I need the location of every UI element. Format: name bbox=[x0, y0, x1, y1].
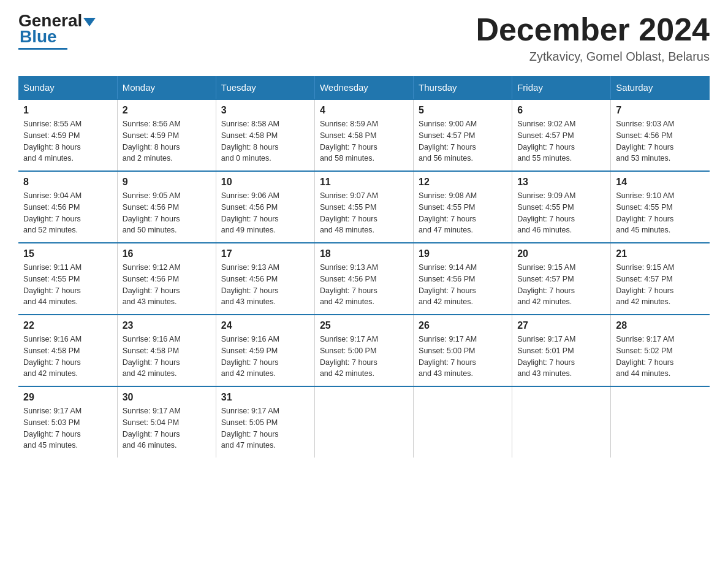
calendar-week-1: 1Sunrise: 8:55 AM Sunset: 4:59 PM Daylig… bbox=[18, 99, 710, 171]
calendar-cell: 8Sunrise: 9:04 AM Sunset: 4:56 PM Daylig… bbox=[18, 171, 117, 243]
calendar-cell: 20Sunrise: 9:15 AM Sunset: 4:57 PM Dayli… bbox=[512, 243, 611, 315]
day-number: 5 bbox=[419, 105, 507, 116]
weekday-header-sunday: Sunday bbox=[18, 76, 117, 99]
calendar-cell: 12Sunrise: 9:08 AM Sunset: 4:55 PM Dayli… bbox=[414, 171, 512, 243]
weekday-header-saturday: Saturday bbox=[611, 76, 710, 99]
day-info: Sunrise: 9:17 AM Sunset: 5:01 PM Dayligh… bbox=[517, 334, 605, 380]
calendar-cell: 28Sunrise: 9:17 AM Sunset: 5:02 PM Dayli… bbox=[611, 315, 710, 386]
logo-underline bbox=[18, 48, 67, 50]
calendar-cell: 7Sunrise: 9:03 AM Sunset: 4:56 PM Daylig… bbox=[611, 99, 710, 171]
day-info: Sunrise: 9:17 AM Sunset: 5:03 PM Dayligh… bbox=[23, 405, 112, 451]
day-number: 26 bbox=[419, 320, 507, 331]
day-number: 1 bbox=[23, 105, 112, 116]
day-number: 21 bbox=[616, 248, 705, 259]
day-number: 17 bbox=[221, 248, 309, 259]
day-info: Sunrise: 9:17 AM Sunset: 5:02 PM Dayligh… bbox=[616, 334, 705, 380]
day-info: Sunrise: 9:11 AM Sunset: 4:55 PM Dayligh… bbox=[23, 262, 112, 308]
calendar-cell: 18Sunrise: 9:13 AM Sunset: 4:56 PM Dayli… bbox=[314, 243, 413, 315]
calendar-cell bbox=[512, 386, 611, 458]
day-number: 30 bbox=[123, 392, 211, 403]
day-number: 15 bbox=[23, 248, 112, 259]
calendar-cell: 16Sunrise: 9:12 AM Sunset: 4:56 PM Dayli… bbox=[117, 243, 216, 315]
day-number: 12 bbox=[419, 177, 507, 188]
day-info: Sunrise: 9:08 AM Sunset: 4:55 PM Dayligh… bbox=[419, 190, 507, 236]
day-number: 19 bbox=[419, 248, 507, 259]
day-info: Sunrise: 9:17 AM Sunset: 5:04 PM Dayligh… bbox=[123, 405, 211, 451]
calendar-cell bbox=[314, 386, 413, 458]
calendar-cell: 10Sunrise: 9:06 AM Sunset: 4:56 PM Dayli… bbox=[216, 171, 314, 243]
weekday-header-tuesday: Tuesday bbox=[216, 76, 314, 99]
day-info: Sunrise: 9:06 AM Sunset: 4:56 PM Dayligh… bbox=[221, 190, 309, 236]
day-info: Sunrise: 9:17 AM Sunset: 5:05 PM Dayligh… bbox=[221, 405, 309, 451]
calendar-week-3: 15Sunrise: 9:11 AM Sunset: 4:55 PM Dayli… bbox=[18, 243, 710, 315]
day-info: Sunrise: 8:58 AM Sunset: 4:58 PM Dayligh… bbox=[221, 118, 309, 164]
calendar-cell: 5Sunrise: 9:00 AM Sunset: 4:57 PM Daylig… bbox=[414, 99, 512, 171]
calendar-cell bbox=[414, 386, 512, 458]
calendar-cell: 21Sunrise: 9:15 AM Sunset: 4:57 PM Dayli… bbox=[611, 243, 710, 315]
day-number: 13 bbox=[517, 177, 605, 188]
calendar-table: SundayMondayTuesdayWednesdayThursdayFrid… bbox=[18, 76, 710, 458]
month-title: December 2024 bbox=[476, 12, 710, 47]
calendar-cell: 24Sunrise: 9:16 AM Sunset: 4:59 PM Dayli… bbox=[216, 315, 314, 386]
day-info: Sunrise: 9:09 AM Sunset: 4:55 PM Dayligh… bbox=[517, 190, 605, 236]
calendar-cell: 6Sunrise: 9:02 AM Sunset: 4:57 PM Daylig… bbox=[512, 99, 611, 171]
day-number: 9 bbox=[123, 177, 211, 188]
day-info: Sunrise: 9:13 AM Sunset: 4:56 PM Dayligh… bbox=[320, 262, 408, 308]
weekday-header-wednesday: Wednesday bbox=[314, 76, 413, 99]
day-info: Sunrise: 9:05 AM Sunset: 4:56 PM Dayligh… bbox=[123, 190, 211, 236]
day-info: Sunrise: 9:13 AM Sunset: 4:56 PM Dayligh… bbox=[221, 262, 309, 308]
calendar-week-5: 29Sunrise: 9:17 AM Sunset: 5:03 PM Dayli… bbox=[18, 386, 710, 458]
calendar-cell: 1Sunrise: 8:55 AM Sunset: 4:59 PM Daylig… bbox=[18, 99, 117, 171]
day-number: 8 bbox=[23, 177, 112, 188]
weekday-header-thursday: Thursday bbox=[414, 76, 512, 99]
calendar-cell: 25Sunrise: 9:17 AM Sunset: 5:00 PM Dayli… bbox=[314, 315, 413, 386]
calendar-cell: 29Sunrise: 9:17 AM Sunset: 5:03 PM Dayli… bbox=[18, 386, 117, 458]
weekday-header-friday: Friday bbox=[512, 76, 611, 99]
title-area: December 2024 Zytkavicy, Gomel Oblast, B… bbox=[476, 12, 710, 64]
day-info: Sunrise: 9:14 AM Sunset: 4:56 PM Dayligh… bbox=[419, 262, 507, 308]
day-number: 16 bbox=[123, 248, 211, 259]
day-info: Sunrise: 8:55 AM Sunset: 4:59 PM Dayligh… bbox=[23, 118, 112, 164]
calendar-cell: 15Sunrise: 9:11 AM Sunset: 4:55 PM Dayli… bbox=[18, 243, 117, 315]
day-number: 7 bbox=[616, 105, 705, 116]
day-number: 2 bbox=[123, 105, 211, 116]
calendar-week-4: 22Sunrise: 9:16 AM Sunset: 4:58 PM Dayli… bbox=[18, 315, 710, 386]
calendar-cell: 2Sunrise: 8:56 AM Sunset: 4:59 PM Daylig… bbox=[117, 99, 216, 171]
day-number: 23 bbox=[123, 320, 211, 331]
day-number: 4 bbox=[320, 105, 408, 116]
day-info: Sunrise: 9:16 AM Sunset: 4:58 PM Dayligh… bbox=[23, 334, 112, 380]
day-number: 22 bbox=[23, 320, 112, 331]
calendar-cell: 11Sunrise: 9:07 AM Sunset: 4:55 PM Dayli… bbox=[314, 171, 413, 243]
day-number: 28 bbox=[616, 320, 705, 331]
day-number: 11 bbox=[320, 177, 408, 188]
day-number: 20 bbox=[517, 248, 605, 259]
day-info: Sunrise: 8:59 AM Sunset: 4:58 PM Dayligh… bbox=[320, 118, 408, 164]
calendar-cell: 17Sunrise: 9:13 AM Sunset: 4:56 PM Dayli… bbox=[216, 243, 314, 315]
weekday-header-monday: Monday bbox=[117, 76, 216, 99]
day-info: Sunrise: 9:00 AM Sunset: 4:57 PM Dayligh… bbox=[419, 118, 507, 164]
calendar-cell: 30Sunrise: 9:17 AM Sunset: 5:04 PM Dayli… bbox=[117, 386, 216, 458]
day-number: 31 bbox=[221, 392, 309, 403]
day-number: 29 bbox=[23, 392, 112, 403]
day-info: Sunrise: 9:17 AM Sunset: 5:00 PM Dayligh… bbox=[419, 334, 507, 380]
day-number: 6 bbox=[517, 105, 605, 116]
day-info: Sunrise: 9:10 AM Sunset: 4:55 PM Dayligh… bbox=[616, 190, 705, 236]
day-number: 27 bbox=[517, 320, 605, 331]
day-info: Sunrise: 8:56 AM Sunset: 4:59 PM Dayligh… bbox=[123, 118, 211, 164]
day-number: 3 bbox=[221, 105, 309, 116]
location-text: Zytkavicy, Gomel Oblast, Belarus bbox=[476, 50, 710, 64]
calendar-cell: 14Sunrise: 9:10 AM Sunset: 4:55 PM Dayli… bbox=[611, 171, 710, 243]
day-info: Sunrise: 9:15 AM Sunset: 4:57 PM Dayligh… bbox=[616, 262, 705, 308]
logo-blue: Blue bbox=[20, 27, 57, 47]
day-number: 14 bbox=[616, 177, 705, 188]
calendar-cell bbox=[611, 386, 710, 458]
day-info: Sunrise: 9:15 AM Sunset: 4:57 PM Dayligh… bbox=[517, 262, 605, 308]
calendar-cell: 13Sunrise: 9:09 AM Sunset: 4:55 PM Dayli… bbox=[512, 171, 611, 243]
calendar-week-2: 8Sunrise: 9:04 AM Sunset: 4:56 PM Daylig… bbox=[18, 171, 710, 243]
day-info: Sunrise: 9:16 AM Sunset: 4:58 PM Dayligh… bbox=[123, 334, 211, 380]
logo: General Blue bbox=[18, 12, 96, 50]
day-info: Sunrise: 9:03 AM Sunset: 4:56 PM Dayligh… bbox=[616, 118, 705, 164]
calendar-cell: 23Sunrise: 9:16 AM Sunset: 4:58 PM Dayli… bbox=[117, 315, 216, 386]
calendar-cell: 22Sunrise: 9:16 AM Sunset: 4:58 PM Dayli… bbox=[18, 315, 117, 386]
day-info: Sunrise: 9:07 AM Sunset: 4:55 PM Dayligh… bbox=[320, 190, 408, 236]
